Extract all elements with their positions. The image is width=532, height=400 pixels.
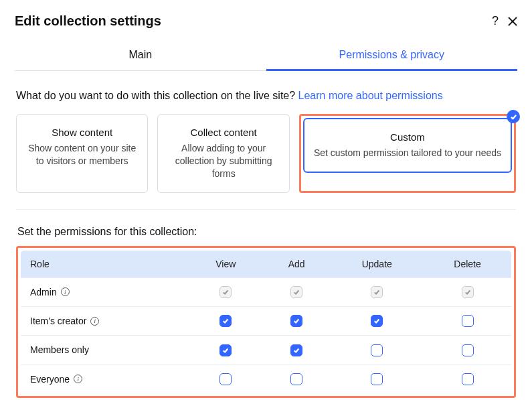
permissions-table: Role View Add Update Delete Admin iItem'… bbox=[20, 250, 512, 394]
info-icon[interactable]: i bbox=[90, 317, 99, 326]
card-desc: Set custom permission tailored to your n… bbox=[314, 147, 501, 159]
col-view: View bbox=[189, 250, 263, 277]
col-update: Update bbox=[331, 250, 424, 277]
checkbox-view[interactable] bbox=[219, 315, 232, 327]
info-icon[interactable]: i bbox=[74, 375, 82, 383]
col-add: Add bbox=[263, 250, 331, 277]
permission-cards: Show content Show content on your site t… bbox=[16, 114, 516, 193]
role-label: Item's creator i bbox=[30, 316, 99, 326]
checkbox-add[interactable] bbox=[290, 315, 302, 327]
dialog-title: Edit collection settings bbox=[15, 13, 161, 29]
role-label: Members only bbox=[30, 344, 89, 355]
card-show-content[interactable]: Show content Show content on your site t… bbox=[16, 114, 148, 193]
table-row: Item's creator i bbox=[21, 306, 512, 335]
permissions-subheading: Set the permissions for this collection: bbox=[17, 226, 515, 238]
dialog-header: Edit collection settings ? bbox=[15, 13, 517, 29]
checkbox-view[interactable] bbox=[219, 373, 232, 385]
card-title: Collect content bbox=[167, 127, 279, 138]
checkbox-add[interactable] bbox=[290, 373, 302, 385]
checkbox-update[interactable] bbox=[371, 373, 383, 385]
prompt-text: What do you want to do with this collect… bbox=[16, 90, 516, 102]
checkbox-delete[interactable] bbox=[462, 344, 474, 356]
checkbox-add bbox=[290, 286, 302, 298]
close-icon[interactable] bbox=[508, 17, 517, 26]
card-desc: Show content on your site to visitors or… bbox=[26, 142, 138, 168]
card-custom[interactable]: Custom Set custom permission tailored to… bbox=[303, 118, 512, 173]
info-icon[interactable]: i bbox=[61, 287, 70, 296]
checkbox-delete[interactable] bbox=[462, 315, 474, 327]
tab-main[interactable]: Main bbox=[15, 41, 266, 71]
help-icon[interactable]: ? bbox=[492, 14, 499, 28]
selected-check-icon bbox=[507, 110, 520, 123]
card-title: Custom bbox=[314, 131, 501, 143]
col-role: Role bbox=[21, 250, 189, 277]
tabs: Main Permissions & privacy bbox=[15, 41, 517, 71]
checkbox-delete bbox=[462, 286, 474, 298]
checkbox-add[interactable] bbox=[290, 344, 302, 356]
checkbox-update[interactable] bbox=[371, 315, 383, 327]
card-collect-content[interactable]: Collect content Allow adding to your col… bbox=[157, 114, 289, 193]
table-row: Admin i bbox=[21, 277, 512, 306]
tab-permissions[interactable]: Permissions & privacy bbox=[266, 41, 518, 71]
checkbox-view[interactable] bbox=[219, 344, 232, 356]
checkbox-delete[interactable] bbox=[462, 373, 474, 385]
checkbox-view bbox=[219, 286, 232, 298]
table-row: Everyone i bbox=[21, 364, 512, 393]
prompt-question: What do you want to do with this collect… bbox=[16, 90, 298, 101]
card-desc: Allow adding to your collection by submi… bbox=[167, 142, 279, 180]
checkbox-update bbox=[371, 286, 383, 298]
learn-more-link[interactable]: Learn more about permissions bbox=[298, 90, 443, 101]
col-delete: Delete bbox=[424, 250, 512, 277]
card-highlight: Custom Set custom permission tailored to… bbox=[299, 114, 516, 193]
role-label: Admin i bbox=[30, 287, 70, 297]
table-row: Members only bbox=[21, 336, 512, 364]
table-highlight: Role View Add Update Delete Admin iItem'… bbox=[16, 246, 516, 398]
divider bbox=[16, 209, 516, 210]
role-label: Everyone i bbox=[30, 374, 82, 385]
card-title: Show content bbox=[26, 127, 138, 138]
checkbox-update[interactable] bbox=[371, 344, 383, 356]
